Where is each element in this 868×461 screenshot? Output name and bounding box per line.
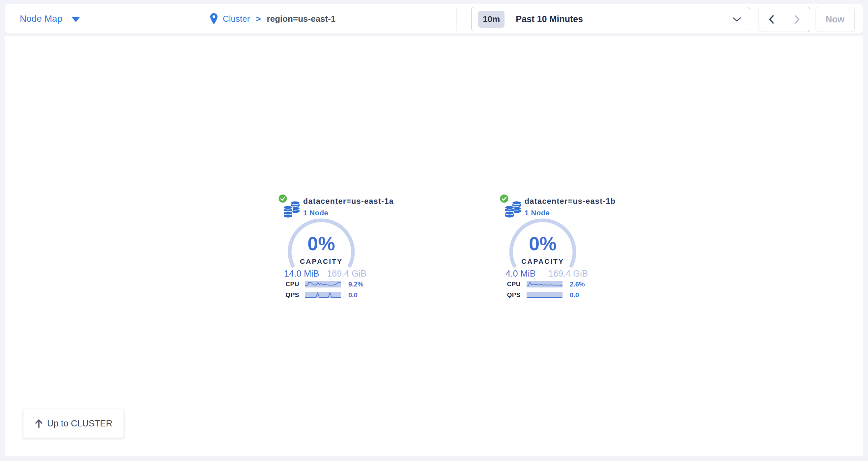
time-step-buttons: [758, 7, 810, 32]
breadcrumb-cluster-link[interactable]: Cluster: [223, 14, 250, 24]
view-selector-dropdown[interactable]: Node Map: [20, 4, 80, 34]
breadcrumb: Cluster > region=us-east-1: [210, 4, 336, 34]
capacity-percent: 0%: [285, 232, 358, 255]
time-prev-button[interactable]: [758, 7, 784, 32]
capacity-percent: 0%: [506, 232, 579, 255]
qps-label: QPS: [499, 291, 521, 299]
capacity-total: 169.4 GiB: [327, 269, 367, 279]
cpu-value: 9.2%: [348, 281, 364, 288]
qps-value: 0.0: [570, 291, 579, 299]
datacenter-card-us-east-1a[interactable]: datacenter=us-east-1a 1 Node 0% CAPACITY…: [278, 193, 367, 308]
chevron-left-icon: [768, 14, 775, 24]
now-button-disabled[interactable]: Now: [816, 7, 855, 32]
capacity-used: 4.0 MiB: [505, 269, 536, 279]
capacity-values: 4.0 MiB 169.4 GiB: [505, 269, 588, 279]
cpu-label: CPU: [499, 281, 521, 288]
cpu-value: 2.6%: [570, 281, 585, 288]
capacity-label: CAPACITY: [285, 258, 358, 265]
datacenter-card-us-east-1b[interactable]: datacenter=us-east-1b 1 Node 0% CAPACITY…: [499, 193, 589, 308]
capacity-total: 169.4 GiB: [548, 269, 588, 279]
caret-down-icon: [71, 17, 80, 22]
cpu-metric-row: CPU 2.6%: [499, 281, 589, 288]
capacity-used: 14.0 MiB: [284, 269, 319, 279]
time-range-select[interactable]: 10m Past 10 Minutes: [471, 7, 750, 31]
cpu-sparkline: [305, 281, 341, 288]
arrow-up-icon: [35, 419, 43, 428]
time-range-label: Past 10 Minutes: [516, 14, 583, 24]
database-stack-icon: [283, 200, 301, 218]
qps-metric-row: QPS 0.0: [278, 291, 367, 299]
qps-sparkline: [527, 292, 562, 298]
view-selector-label: Node Map: [20, 13, 62, 24]
datacenter-header: datacenter=us-east-1b 1 Node: [525, 197, 616, 217]
node-map-page: Node Map Cluster > region=us-east-1 10m …: [0, 0, 868, 461]
qps-label: QPS: [278, 291, 299, 299]
qps-metric-row: QPS 0.0: [499, 291, 589, 299]
location-pin-icon: [210, 13, 217, 24]
database-stack-icon: [504, 200, 522, 218]
capacity-values: 14.0 MiB 169.4 GiB: [284, 269, 367, 279]
chevron-down-icon: [733, 17, 741, 22]
node-map-canvas: datacenter=us-east-1a 1 Node 0% CAPACITY…: [5, 36, 863, 456]
chevron-right-icon: [794, 14, 801, 24]
up-to-cluster-button[interactable]: Up to CLUSTER: [23, 409, 124, 438]
now-button-label: Now: [826, 14, 845, 25]
cpu-metric-row: CPU 9.2%: [278, 281, 367, 288]
datacenter-header: datacenter=us-east-1a 1 Node: [303, 197, 394, 217]
capacity-label: CAPACITY: [506, 258, 579, 265]
cpu-sparkline: [527, 281, 562, 288]
qps-value: 0.0: [348, 291, 358, 299]
header-divider: [456, 7, 457, 31]
breadcrumb-current-locality: region=us-east-1: [267, 14, 336, 24]
cpu-label: CPU: [278, 281, 299, 288]
datacenter-title: datacenter=us-east-1a: [303, 197, 394, 206]
qps-sparkline: [305, 292, 341, 298]
time-range-badge: 10m: [478, 11, 504, 28]
breadcrumb-separator: >: [256, 14, 261, 24]
up-to-cluster-label: Up to CLUSTER: [47, 419, 112, 429]
header-bar: Node Map Cluster > region=us-east-1 10m …: [5, 4, 863, 34]
datacenter-title: datacenter=us-east-1b: [525, 197, 616, 206]
time-next-button-disabled[interactable]: [784, 7, 810, 32]
